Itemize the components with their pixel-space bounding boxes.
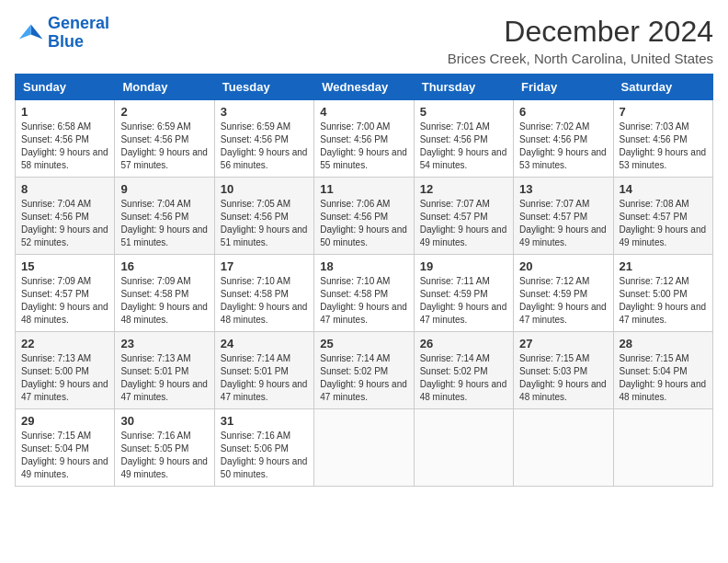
day-number: 26 bbox=[420, 337, 507, 350]
day-number: 30 bbox=[120, 414, 208, 428]
day-number: 6 bbox=[519, 105, 607, 119]
day-cell: 8 Sunrise: 7:04 AM Sunset: 4:56 PM Dayli… bbox=[16, 178, 115, 255]
day-number: 28 bbox=[620, 337, 707, 350]
day-cell: 26 Sunrise: 7:14 AM Sunset: 5:02 PM Dayl… bbox=[414, 332, 513, 409]
day-number: 10 bbox=[221, 182, 308, 196]
day-cell: 21 Sunrise: 7:12 AM Sunset: 5:00 PM Dayl… bbox=[613, 255, 712, 332]
day-info: Sunrise: 7:00 AM Sunset: 4:56 PM Dayligh… bbox=[320, 121, 407, 172]
day-number: 23 bbox=[120, 337, 208, 350]
day-info: Sunrise: 7:02 AM Sunset: 4:56 PM Dayligh… bbox=[519, 121, 607, 172]
day-info: Sunrise: 6:59 AM Sunset: 4:56 PM Dayligh… bbox=[221, 121, 308, 172]
day-number: 27 bbox=[519, 337, 607, 350]
day-cell: 27 Sunrise: 7:15 AM Sunset: 5:03 PM Dayl… bbox=[514, 332, 613, 409]
day-number: 3 bbox=[221, 105, 308, 119]
day-cell: 20 Sunrise: 7:12 AM Sunset: 4:59 PM Dayl… bbox=[514, 255, 613, 332]
day-info: Sunrise: 7:13 AM Sunset: 5:00 PM Dayligh… bbox=[21, 352, 108, 404]
day-info: Sunrise: 7:15 AM Sunset: 5:04 PM Dayligh… bbox=[21, 430, 108, 481]
day-number: 9 bbox=[120, 182, 208, 196]
week-row-4: 22 Sunrise: 7:13 AM Sunset: 5:00 PM Dayl… bbox=[16, 332, 713, 409]
day-number: 11 bbox=[320, 182, 407, 196]
day-number: 1 bbox=[21, 105, 108, 119]
header-thursday: Thursday bbox=[414, 75, 513, 100]
day-cell: 2 Sunrise: 6:59 AM Sunset: 4:56 PM Dayli… bbox=[115, 100, 214, 178]
week-row-5: 29 Sunrise: 7:15 AM Sunset: 5:04 PM Dayl… bbox=[16, 409, 713, 487]
day-number: 12 bbox=[420, 182, 507, 196]
month-title: December 2024 bbox=[448, 15, 713, 49]
day-info: Sunrise: 7:07 AM Sunset: 4:57 PM Dayligh… bbox=[519, 198, 607, 249]
day-info: Sunrise: 7:14 AM Sunset: 5:02 PM Dayligh… bbox=[320, 352, 407, 404]
logo-icon bbox=[15, 18, 44, 48]
header-tuesday: Tuesday bbox=[214, 75, 313, 100]
day-info: Sunrise: 7:10 AM Sunset: 4:58 PM Dayligh… bbox=[221, 275, 308, 327]
day-cell: 12 Sunrise: 7:07 AM Sunset: 4:57 PM Dayl… bbox=[414, 178, 513, 255]
day-cell: 4 Sunrise: 7:00 AM Sunset: 4:56 PM Dayli… bbox=[314, 100, 414, 178]
day-cell: 1 Sunrise: 6:58 AM Sunset: 4:56 PM Dayli… bbox=[16, 100, 115, 178]
day-number: 17 bbox=[221, 259, 308, 273]
day-cell: 5 Sunrise: 7:01 AM Sunset: 4:56 PM Dayli… bbox=[414, 100, 513, 178]
day-info: Sunrise: 7:16 AM Sunset: 5:06 PM Dayligh… bbox=[221, 430, 308, 481]
day-info: Sunrise: 7:09 AM Sunset: 4:58 PM Dayligh… bbox=[120, 275, 208, 327]
day-number: 13 bbox=[519, 182, 607, 196]
header-wednesday: Wednesday bbox=[314, 75, 414, 100]
day-info: Sunrise: 7:06 AM Sunset: 4:56 PM Dayligh… bbox=[320, 198, 407, 249]
day-cell: 19 Sunrise: 7:11 AM Sunset: 4:59 PM Dayl… bbox=[414, 255, 513, 332]
day-cell: 30 Sunrise: 7:16 AM Sunset: 5:05 PM Dayl… bbox=[115, 409, 214, 487]
header-monday: Monday bbox=[115, 75, 214, 100]
day-cell: 16 Sunrise: 7:09 AM Sunset: 4:58 PM Dayl… bbox=[115, 255, 214, 332]
day-info: Sunrise: 7:15 AM Sunset: 5:04 PM Dayligh… bbox=[620, 352, 707, 404]
day-cell: 10 Sunrise: 7:05 AM Sunset: 4:56 PM Dayl… bbox=[214, 178, 313, 255]
day-info: Sunrise: 7:16 AM Sunset: 5:05 PM Dayligh… bbox=[120, 430, 208, 481]
day-number: 19 bbox=[420, 259, 507, 273]
day-cell: 18 Sunrise: 7:10 AM Sunset: 4:58 PM Dayl… bbox=[314, 255, 414, 332]
day-number: 4 bbox=[320, 105, 407, 119]
day-info: Sunrise: 6:58 AM Sunset: 4:56 PM Dayligh… bbox=[21, 121, 108, 172]
week-row-2: 8 Sunrise: 7:04 AM Sunset: 4:56 PM Dayli… bbox=[16, 178, 713, 255]
day-cell: 29 Sunrise: 7:15 AM Sunset: 5:04 PM Dayl… bbox=[16, 409, 115, 487]
day-info: Sunrise: 7:08 AM Sunset: 4:57 PM Dayligh… bbox=[620, 198, 707, 249]
day-number: 16 bbox=[120, 259, 208, 273]
day-cell: 31 Sunrise: 7:16 AM Sunset: 5:06 PM Dayl… bbox=[214, 409, 313, 487]
title-area: December 2024 Brices Creek, North Caroli… bbox=[448, 15, 713, 66]
day-number: 8 bbox=[21, 182, 108, 196]
day-number: 29 bbox=[21, 414, 108, 428]
day-cell bbox=[414, 409, 513, 487]
day-cell: 23 Sunrise: 7:13 AM Sunset: 5:01 PM Dayl… bbox=[115, 332, 214, 409]
calendar-header-row: SundayMondayTuesdayWednesdayThursdayFrid… bbox=[16, 75, 713, 100]
day-info: Sunrise: 7:03 AM Sunset: 4:56 PM Dayligh… bbox=[620, 121, 707, 172]
day-cell: 7 Sunrise: 7:03 AM Sunset: 4:56 PM Dayli… bbox=[613, 100, 712, 178]
day-cell bbox=[314, 409, 414, 487]
header-friday: Friday bbox=[514, 75, 613, 100]
day-info: Sunrise: 7:11 AM Sunset: 4:59 PM Dayligh… bbox=[420, 275, 507, 327]
calendar-table: SundayMondayTuesdayWednesdayThursdayFrid… bbox=[15, 74, 713, 487]
day-cell: 22 Sunrise: 7:13 AM Sunset: 5:00 PM Dayl… bbox=[16, 332, 115, 409]
day-cell bbox=[613, 409, 712, 487]
day-number: 20 bbox=[519, 259, 607, 273]
day-cell: 17 Sunrise: 7:10 AM Sunset: 4:58 PM Dayl… bbox=[214, 255, 313, 332]
header-saturday: Saturday bbox=[613, 75, 712, 100]
day-cell bbox=[514, 409, 613, 487]
day-number: 2 bbox=[120, 105, 208, 119]
day-cell: 15 Sunrise: 7:09 AM Sunset: 4:57 PM Dayl… bbox=[16, 255, 115, 332]
day-info: Sunrise: 7:14 AM Sunset: 5:01 PM Dayligh… bbox=[221, 352, 308, 404]
day-cell: 13 Sunrise: 7:07 AM Sunset: 4:57 PM Dayl… bbox=[514, 178, 613, 255]
day-number: 31 bbox=[221, 414, 308, 428]
day-number: 15 bbox=[21, 259, 108, 273]
day-number: 5 bbox=[420, 105, 507, 119]
day-info: Sunrise: 7:04 AM Sunset: 4:56 PM Dayligh… bbox=[21, 198, 108, 249]
week-row-3: 15 Sunrise: 7:09 AM Sunset: 4:57 PM Dayl… bbox=[16, 255, 713, 332]
day-info: Sunrise: 7:07 AM Sunset: 4:57 PM Dayligh… bbox=[420, 198, 507, 249]
day-info: Sunrise: 7:12 AM Sunset: 4:59 PM Dayligh… bbox=[519, 275, 607, 327]
day-number: 7 bbox=[620, 105, 707, 119]
day-number: 21 bbox=[620, 259, 707, 273]
day-info: Sunrise: 6:59 AM Sunset: 4:56 PM Dayligh… bbox=[120, 121, 208, 172]
day-cell: 3 Sunrise: 6:59 AM Sunset: 4:56 PM Dayli… bbox=[214, 100, 313, 178]
day-info: Sunrise: 7:05 AM Sunset: 4:56 PM Dayligh… bbox=[221, 198, 308, 249]
logo-text: General Blue bbox=[48, 15, 109, 52]
header-sunday: Sunday bbox=[16, 75, 115, 100]
day-number: 14 bbox=[620, 182, 707, 196]
day-info: Sunrise: 7:13 AM Sunset: 5:01 PM Dayligh… bbox=[120, 352, 208, 404]
day-info: Sunrise: 7:12 AM Sunset: 5:00 PM Dayligh… bbox=[620, 275, 707, 327]
week-row-1: 1 Sunrise: 6:58 AM Sunset: 4:56 PM Dayli… bbox=[16, 100, 713, 178]
day-cell: 14 Sunrise: 7:08 AM Sunset: 4:57 PM Dayl… bbox=[613, 178, 712, 255]
day-info: Sunrise: 7:01 AM Sunset: 4:56 PM Dayligh… bbox=[420, 121, 507, 172]
